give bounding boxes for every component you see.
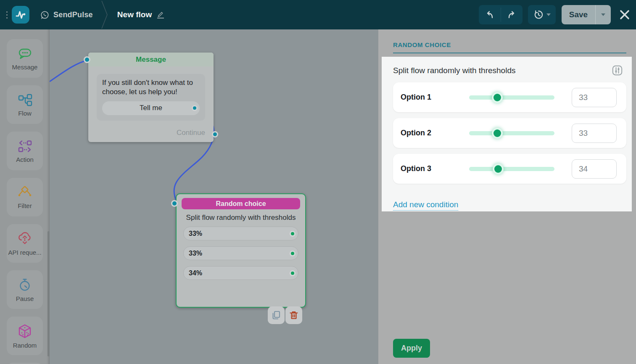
random-option-row[interactable]: 34% (183, 266, 298, 280)
duplicate-node-button[interactable] (268, 306, 285, 324)
input-port[interactable] (84, 56, 90, 63)
breadcrumb-chevron (101, 1, 108, 29)
save-options-button[interactable] (595, 5, 611, 24)
option-value-input[interactable] (572, 124, 617, 143)
palette-item-random[interactable]: Random (7, 317, 43, 355)
sliders-icon[interactable] (612, 65, 623, 76)
output-port[interactable] (192, 105, 198, 111)
tell-me-button[interactable]: Tell me (102, 101, 200, 115)
history-button[interactable] (528, 5, 556, 24)
palette-item-flow[interactable]: Flow (7, 85, 43, 124)
filter-branch-icon (16, 185, 34, 200)
option-row: Option 1 (393, 82, 626, 112)
settings-panel: RANDOM CHOICE Split flow randomly with t… (378, 29, 636, 364)
flow-title: New flow (117, 10, 152, 19)
brand-name: SendPulse (53, 11, 93, 19)
option-row: Option 3 (393, 154, 626, 184)
random-node-title: Random choice (182, 198, 300, 209)
slider-thumb[interactable] (493, 164, 504, 174)
delete-node-button[interactable] (285, 306, 302, 324)
panel-divider (393, 53, 626, 53)
chevron-down-icon (601, 13, 605, 16)
pencil-edit-icon[interactable] (157, 11, 164, 18)
undo-redo-group (479, 5, 523, 24)
action-code-icon (16, 139, 33, 153)
option-slider[interactable] (469, 163, 554, 175)
option-output-port[interactable] (290, 270, 296, 276)
random-dice-icon (17, 323, 33, 339)
message-bubble-icon (16, 47, 33, 61)
message-node[interactable]: Message If you still don't know what to … (88, 53, 214, 142)
flow-canvas[interactable]: Message If you still don't know what to … (50, 29, 378, 364)
palette-item-filter[interactable]: Filter (7, 178, 43, 216)
history-clock-icon (533, 9, 544, 20)
pulse-logo-icon (12, 6, 29, 24)
panel-title: RANDOM CHOICE (393, 41, 451, 48)
message-node-body: If you still don't know what to choose, … (97, 74, 205, 121)
save-button[interactable]: Save (562, 5, 595, 24)
palette-item-pause[interactable]: Pause (7, 270, 43, 309)
random-node-subtitle: Split flow randomly with thresholds (186, 213, 296, 222)
api-cloud-icon (16, 231, 33, 246)
settings-card-title: Split flow randomly with thresholds (393, 66, 612, 75)
node-palette-sidebar: Message Flow (0, 29, 50, 364)
option-value-input[interactable] (572, 88, 617, 107)
random-choice-node[interactable]: Random choice Split flow randomly with t… (176, 193, 306, 308)
option-value-input[interactable] (572, 159, 617, 179)
flow-nodes-icon (16, 93, 33, 107)
random-option-row[interactable]: 33% (183, 246, 298, 260)
option-slider[interactable] (469, 91, 554, 104)
option-label: Option 3 (393, 164, 469, 173)
chevron-down-icon (546, 13, 551, 16)
option-label: Option 2 (393, 129, 469, 137)
whatsapp-icon (40, 11, 49, 19)
slider-thumb[interactable] (492, 128, 503, 139)
copy-icon (270, 309, 282, 321)
option-label: Option 1 (393, 93, 469, 102)
palette-item-action[interactable]: Action (7, 132, 43, 170)
random-option-row[interactable]: 33% (183, 227, 298, 240)
pause-timer-icon (17, 277, 33, 293)
kebab-menu-icon[interactable] (3, 11, 11, 18)
add-new-condition-link[interactable]: Add new condition (393, 200, 458, 211)
apply-button[interactable]: Apply (393, 339, 430, 358)
message-node-title: Message (88, 53, 214, 66)
top-header: SendPulse New flow (0, 0, 636, 29)
trash-icon (288, 309, 300, 321)
palette-item-api-request[interactable]: API reque... (7, 224, 43, 263)
option-slider[interactable] (469, 127, 554, 140)
option-output-port[interactable] (290, 251, 296, 256)
continue-label: Continue (177, 129, 205, 137)
sidebar-scrollbar[interactable] (48, 231, 50, 356)
save-split-button: Save (562, 5, 611, 24)
slider-thumb[interactable] (492, 92, 503, 103)
close-icon[interactable] (619, 9, 630, 20)
redo-button[interactable] (501, 5, 523, 24)
continue-output-port[interactable] (212, 131, 218, 137)
option-output-port[interactable] (290, 231, 296, 237)
undo-button[interactable] (479, 5, 501, 24)
palette-item-message[interactable]: Message (7, 39, 43, 78)
option-row: Option 2 (393, 118, 626, 148)
random-choice-settings: Split flow randomly with thresholds Opti… (382, 57, 632, 211)
input-port[interactable] (171, 200, 178, 207)
node-action-buttons (268, 306, 302, 324)
message-text: If you still don't know what to choose, … (102, 79, 193, 96)
